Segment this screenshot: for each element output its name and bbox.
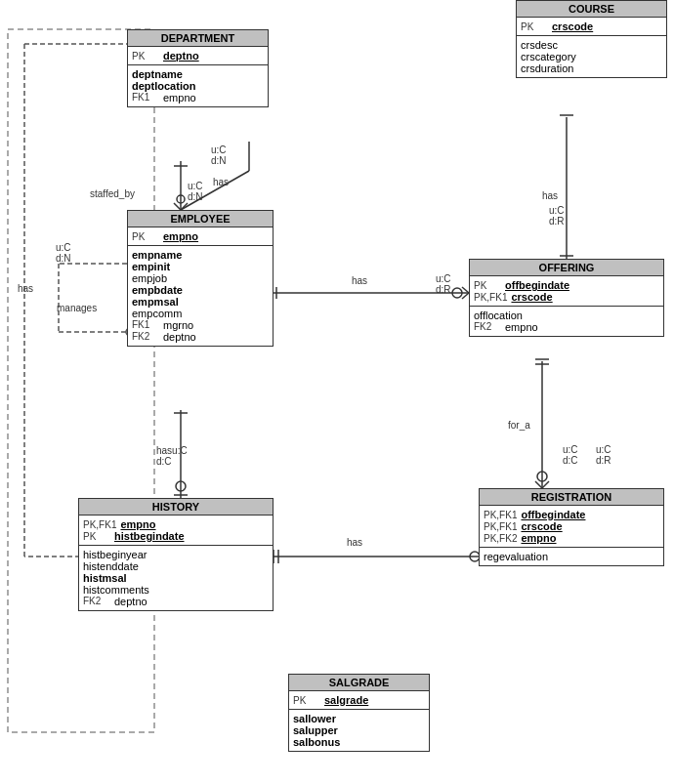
course-attrs: crsdesc crscategory crsduration xyxy=(517,36,666,77)
department-entity: DEPARTMENT PK deptno deptname deptlocati… xyxy=(127,29,269,107)
rel-has-hist-reg: has xyxy=(347,537,362,548)
salgrade-entity: SALGRADE PK salgrade sallower salupper s… xyxy=(288,674,430,752)
history-pk: PK,FK1 empno PK histbegindate xyxy=(79,516,273,546)
rel-uc-dr-course: u:Cd:R xyxy=(549,205,565,227)
rel-for-a: for_a xyxy=(508,420,530,431)
department-pk-label: PK xyxy=(132,51,159,62)
svg-line-3 xyxy=(181,203,188,210)
svg-point-22 xyxy=(452,288,462,298)
employee-pk-label: PK xyxy=(132,231,159,242)
employee-pk-field: empno xyxy=(163,230,198,242)
registration-header: REGISTRATION xyxy=(480,489,663,506)
salgrade-pk: PK salgrade xyxy=(289,691,429,710)
svg-point-4 xyxy=(177,195,185,203)
svg-line-2 xyxy=(174,203,181,210)
history-entity: HISTORY PK,FK1 empno PK histbegindate hi… xyxy=(78,498,274,611)
course-entity: COURSE PK crscode crsdesc crscategory cr… xyxy=(516,0,667,78)
course-pk: PK crscode xyxy=(517,18,666,36)
employee-header: EMPLOYEE xyxy=(128,211,273,227)
department-pk-field: deptno xyxy=(163,50,199,62)
registration-pk: PK,FK1 offbegindate PK,FK1 crscode PK,FK… xyxy=(480,506,663,548)
department-pk: PK deptno xyxy=(128,47,268,65)
department-header: DEPARTMENT xyxy=(128,30,268,47)
rel-uc-dn-dept: u:Cd:N xyxy=(211,144,227,166)
history-attrs: histbeginyear histenddate histmsal histc… xyxy=(79,546,273,610)
svg-line-20 xyxy=(462,287,469,293)
svg-point-32 xyxy=(537,472,547,481)
registration-entity: REGISTRATION PK,FK1 offbegindate PK,FK1 … xyxy=(479,488,664,566)
rel-uc-dn-1: u:Cd:N xyxy=(56,242,71,264)
connector-layer xyxy=(0,0,674,784)
rel-uc-dr-1: u:Cd:R xyxy=(436,273,451,295)
rel-hasu: hasu:Cd:C xyxy=(156,445,188,467)
rel-has-course: has xyxy=(542,190,558,201)
rel-manages: manages xyxy=(57,303,97,313)
offering-entity: OFFERING PK offbegindate PK,FK1 crscode … xyxy=(469,259,664,337)
rel-has-left: has xyxy=(18,283,33,294)
rel-uc-dr-reg: u:Cd:R xyxy=(596,444,611,466)
employee-pk: PK empno xyxy=(128,227,273,246)
rel-has-emp-off: has xyxy=(352,275,367,286)
svg-point-16 xyxy=(176,481,186,491)
rel-uc-cn: u:Cd:N xyxy=(188,181,203,202)
rel-has-dept: has xyxy=(213,177,229,187)
salgrade-header: SALGRADE xyxy=(289,675,429,691)
svg-line-21 xyxy=(462,293,469,299)
offering-pk: PK offbegindate PK,FK1 crscode xyxy=(470,276,663,307)
employee-entity: EMPLOYEE PK empno empname empinit empjob… xyxy=(127,210,274,347)
department-attr-2: deptlocation xyxy=(132,80,264,92)
svg-rect-0 xyxy=(8,29,154,732)
salgrade-attrs: sallower salupper salbonus xyxy=(289,710,429,751)
department-attr-1: deptname xyxy=(132,68,264,80)
rel-staffed-by: staffed_by xyxy=(90,188,135,199)
registration-attrs: regevaluation xyxy=(480,548,663,565)
employee-attrs: empname empinit empjob empbdate empmsal … xyxy=(128,246,273,346)
department-attrs: deptname deptlocation FK1 empno xyxy=(128,65,268,106)
svg-line-31 xyxy=(542,481,549,488)
course-header: COURSE xyxy=(517,1,666,18)
diagram-container: staffed_by has u:Cd:N u:Cd:N u:Cd:N has … xyxy=(0,0,674,784)
department-fk1: FK1 empno xyxy=(132,92,264,103)
history-header: HISTORY xyxy=(79,499,273,516)
offering-header: OFFERING xyxy=(470,260,663,276)
rel-uc-dc-reg: u:Cd:C xyxy=(563,444,578,466)
svg-line-30 xyxy=(535,481,542,488)
offering-attrs: offlocation FK2 empno xyxy=(470,307,663,336)
